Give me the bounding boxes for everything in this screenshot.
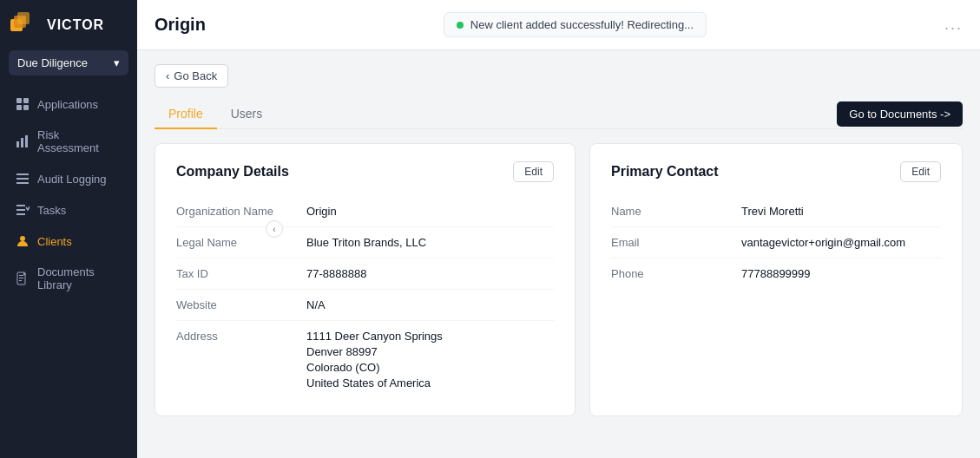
sidebar-item-applications[interactable]: Applications (3, 89, 134, 119)
sidebar-item-label: Applications (37, 98, 98, 111)
contact-card-title: Primary Contact (611, 164, 719, 180)
svg-rect-8 (21, 138, 23, 147)
field-email: Email vantagevictor+origin@gmail.com (611, 227, 941, 258)
sidebar-item-label: Risk Assessment (37, 128, 122, 154)
sidebar-item-label: Audit Logging (37, 173, 107, 186)
svg-rect-12 (16, 182, 29, 184)
chart-icon (16, 134, 30, 148)
primary-contact-card: Primary Contact Edit Name Trevi Moretti … (589, 143, 963, 416)
logo-text: VICTOR (47, 17, 104, 33)
svg-rect-10 (16, 173, 29, 175)
sidebar-item-tasks[interactable]: Tasks (3, 195, 134, 225)
page-title: Origin (155, 15, 206, 35)
company-edit-button[interactable]: Edit (513, 161, 554, 182)
list-icon (16, 172, 30, 186)
sidebar-item-label: Documents Library (37, 265, 122, 291)
back-chevron-icon: ‹ (166, 69, 169, 82)
field-legal-name: Legal Name Blue Triton Brands, LLC (176, 227, 554, 258)
notification-banner: New client added successfully! Redirecti… (444, 12, 707, 37)
contact-card-header: Primary Contact Edit (611, 161, 941, 182)
back-button-label: Go Back (174, 69, 217, 82)
sidebar-collapse-button[interactable]: ‹ (266, 220, 283, 238)
field-address: Address 1111 Deer Canyon Springs Denver … (176, 321, 554, 398)
svg-rect-18 (19, 275, 23, 276)
tab-profile[interactable]: Profile (155, 100, 217, 129)
main-content: ‹ Origin New client added successfully! … (137, 0, 980, 458)
notification-text: New client added successfully! Redirecti… (470, 18, 694, 31)
doc-icon (16, 272, 30, 285)
logo-icon (10, 12, 42, 38)
sidebar-item-label: Tasks (37, 204, 66, 217)
sidebar-nav: Applications Risk Assessment Audit Loggi… (0, 89, 137, 299)
sidebar-item-risk-assessment[interactable]: Risk Assessment (3, 121, 134, 162)
field-website: Website N/A (176, 290, 554, 321)
svg-rect-13 (16, 205, 25, 206)
field-name: Name Trevi Moretti (611, 196, 941, 227)
tab-bar: Profile Users Go to Documents -> (155, 100, 963, 129)
sidebar-item-documents-library[interactable]: Documents Library (3, 258, 134, 299)
svg-rect-3 (16, 98, 22, 103)
header-more-icon[interactable]: ... (944, 16, 963, 34)
company-details-card: Company Details Edit Organization Name O… (155, 143, 576, 416)
field-phone: Phone 77788899999 (611, 258, 941, 289)
tab-list: Profile Users (155, 100, 276, 128)
page-content: ‹ Go Back Profile Users Go to Documents … (137, 50, 980, 458)
contact-edit-button[interactable]: Edit (900, 161, 941, 182)
field-organization-name: Organization Name Origin (176, 196, 554, 227)
svg-rect-19 (19, 278, 23, 278)
cards-row: Company Details Edit Organization Name O… (155, 143, 963, 416)
company-card-title: Company Details (176, 164, 289, 180)
svg-rect-9 (25, 135, 28, 147)
tab-users[interactable]: Users (217, 100, 277, 129)
svg-rect-7 (16, 141, 19, 147)
back-button[interactable]: ‹ Go Back (155, 64, 228, 88)
svg-point-16 (20, 236, 25, 241)
success-dot-icon (457, 22, 464, 29)
svg-rect-14 (16, 209, 25, 211)
sidebar-logo: VICTOR (0, 0, 137, 50)
user-icon (16, 234, 30, 248)
page-header: Origin New client added successfully! Re… (137, 0, 980, 50)
company-card-header: Company Details Edit (176, 161, 554, 182)
svg-rect-20 (19, 280, 22, 281)
chevron-down-icon: ▾ (114, 56, 120, 69)
dropdown-label: Due Diligence (17, 56, 88, 69)
sidebar: VICTOR Due Diligence ▾ Applications Risk… (0, 0, 137, 458)
check-icon (16, 203, 30, 217)
sidebar-item-label: Clients (37, 235, 72, 248)
svg-rect-15 (16, 213, 25, 215)
svg-rect-6 (23, 105, 29, 110)
sidebar-item-audit-logging[interactable]: Audit Logging (3, 164, 134, 193)
svg-rect-5 (16, 105, 22, 110)
svg-rect-2 (17, 12, 30, 24)
grid-icon (16, 97, 30, 111)
due-diligence-dropdown[interactable]: Due Diligence ▾ (9, 50, 128, 75)
sidebar-item-clients[interactable]: Clients (3, 226, 134, 256)
go-to-documents-button[interactable]: Go to Documents -> (837, 101, 963, 127)
svg-rect-11 (16, 178, 29, 180)
svg-rect-4 (23, 98, 29, 103)
field-tax-id: Tax ID 77-8888888 (176, 258, 554, 290)
